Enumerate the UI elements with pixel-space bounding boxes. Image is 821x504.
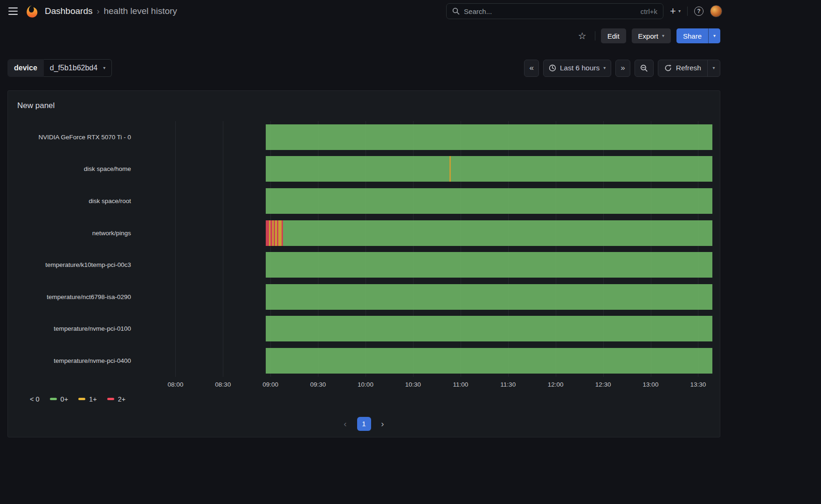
top-nav: Dashboards › health level history ctrl+k… [0,0,728,22]
time-range-back-button[interactable]: « [524,60,538,77]
edit-button-label: Edit [607,32,620,40]
hamburger-icon [8,7,18,15]
time-range-picker[interactable]: Last 6 hours ▾ [543,60,611,77]
x-axis: 08:0008:3009:0009:3010:0010:3011:0011:30… [142,377,712,391]
breadcrumb: Dashboards › health level history [45,6,177,16]
refresh-interval-button[interactable]: ▾ [707,60,720,76]
state-segment[interactable] [266,316,712,341]
row-label: NVIDIA GeForce RTX 5070 Ti - 0 [15,134,142,141]
x-tick-label: 11:30 [500,381,516,388]
chevron-down-icon: ▾ [603,66,606,70]
time-controls: « Last 6 hours ▾ » [524,60,720,77]
user-avatar[interactable] [710,5,722,17]
variable-value[interactable]: d_f5b1b62bd4 ▾ [44,59,112,77]
timeline-row: NVIDIA GeForce RTX 5070 Ti - 0 [15,121,712,153]
chevron-down-icon: ▾ [103,66,105,70]
timeline-row: disk space/home [15,153,712,185]
controls-row: device d_f5b1b62bd4 ▾ « Last 6 hours ▾ » [0,49,728,77]
pagination: ‹ 1 › [15,417,712,431]
row-track[interactable] [142,348,712,374]
nav-divider [687,7,688,16]
chevron-down-icon: ▾ [713,34,716,38]
zoom-out-button[interactable] [635,60,654,77]
previous-page-button[interactable]: ‹ [338,417,352,431]
legend-item[interactable]: < 0 [30,395,40,403]
timeline-row: disk space/root [15,185,712,217]
menu-icon[interactable] [7,5,20,18]
state-segment[interactable] [266,252,712,278]
x-tick-label: 13:30 [690,381,706,388]
x-tick-label: 08:00 [167,381,183,388]
refresh-button[interactable]: Refresh [658,60,707,76]
edit-button[interactable]: Edit [601,28,626,43]
state-segment[interactable] [266,220,269,246]
legend-item[interactable]: 2+ [107,395,126,403]
refresh-button-label: Refresh [676,64,701,72]
timeline-row: temperature/nct6798-isa-0290 [15,281,712,313]
state-segment[interactable] [283,220,712,246]
search-input[interactable] [464,7,636,15]
current-page-button[interactable]: 1 [357,417,371,431]
row-label: disk space/home [15,165,142,172]
x-tick-label: 09:00 [262,381,278,388]
x-tick-label: 12:00 [548,381,564,388]
export-button-label: Export [638,32,658,40]
chart-rows: NVIDIA GeForce RTX 5070 Ti - 0disk space… [15,121,712,377]
variable-label: device [7,59,44,77]
state-segment[interactable] [266,156,449,182]
toolbar-divider [595,31,595,41]
variable-value-text: d_f5b1b62bd4 [50,64,97,72]
legend-label: 0+ [61,395,69,403]
row-label: temperature/nvme-pci-0400 [15,357,142,364]
row-track[interactable] [142,124,712,150]
row-track[interactable] [142,316,712,341]
chevron-down-icon: ▾ [712,66,715,70]
state-segment[interactable] [266,188,712,214]
state-segment[interactable] [266,124,712,150]
x-tick-label: 10:30 [405,381,421,388]
state-segment[interactable] [451,156,712,182]
breadcrumb-dashboards[interactable]: Dashboards [45,6,92,16]
state-segment[interactable] [266,284,712,310]
device-variable-dropdown[interactable]: device d_f5b1b62bd4 ▾ [7,59,112,77]
grafana-flame-icon [25,5,39,18]
legend: < 00+1+2+ [30,394,712,404]
breadcrumb-current-page: health level history [103,6,177,16]
row-label: temperature/k10temp-pci-00c3 [15,261,142,268]
star-icon[interactable]: ☆ [575,29,589,42]
row-track[interactable] [142,252,712,278]
refresh-icon [664,64,672,72]
row-track[interactable] [142,220,712,246]
state-timeline-chart: NVIDIA GeForce RTX 5070 Ti - 0disk space… [15,121,712,391]
next-page-button[interactable]: › [376,417,390,431]
row-track[interactable] [142,156,712,182]
share-button[interactable]: Share [676,28,708,43]
help-icon[interactable]: ? [694,7,704,16]
legend-swatch [107,398,114,400]
panel-title[interactable]: New panel [15,91,712,112]
state-segment[interactable] [266,348,712,374]
time-range-forward-button[interactable]: » [615,60,630,77]
x-tick-label: 08:30 [215,381,231,388]
chevron-down-icon: ▾ [662,34,664,38]
row-track[interactable] [142,188,712,214]
share-menu-button[interactable]: ▾ [708,28,720,43]
export-button[interactable]: Export ▾ [632,28,671,43]
search-box[interactable]: ctrl+k [446,3,663,19]
breadcrumb-separator-icon: › [97,7,99,16]
row-track[interactable] [142,284,712,310]
legend-item[interactable]: 1+ [78,395,97,403]
chevron-down-icon: ▾ [678,9,681,14]
search-icon [452,7,460,15]
timeline-row: temperature/k10temp-pci-00c3 [15,249,712,281]
dashboard-toolbar: ☆ Edit Export ▾ Share ▾ [0,22,728,49]
row-label: temperature/nct6798-isa-0290 [15,293,142,300]
legend-swatch [50,398,57,400]
x-tick-label: 10:00 [358,381,373,388]
legend-item[interactable]: 0+ [50,395,69,403]
grafana-logo-icon[interactable] [25,5,39,18]
add-new-button[interactable]: + ▾ [670,6,681,16]
search-shortcut-hint: ctrl+k [641,7,657,15]
state-segment[interactable] [278,220,282,246]
state-timeline-panel[interactable]: New panel NVIDIA GeForce RTX 5070 Ti - 0… [7,90,720,437]
